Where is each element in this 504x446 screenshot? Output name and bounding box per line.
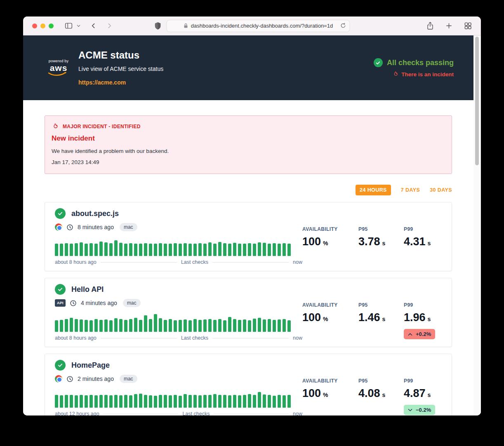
aws-smile-icon (48, 72, 67, 77)
check-card-hello-api: Hello API API 4 minutes ago mac (45, 278, 452, 347)
axis-start-label: about 8 hours ago (55, 335, 97, 341)
minimize-window-button[interactable] (40, 23, 45, 28)
check-name: about.spec.js (71, 209, 119, 218)
p95-value: 1.46s (358, 311, 402, 324)
close-window-button[interactable] (32, 23, 37, 28)
zoom-window-button[interactable] (49, 23, 54, 28)
chrome-browser-icon (55, 375, 62, 383)
location-badge: mac (123, 299, 141, 307)
axis-start-label: about 12 hours ago (55, 411, 99, 415)
last-run-label: 8 minutes ago (78, 224, 114, 230)
availability-label: AVAILABILITY (302, 302, 357, 308)
aws-logo-brand: aws (48, 63, 69, 72)
incident-banner: MAJOR INCIDENT - IDENTIFIED New incident… (45, 115, 452, 174)
tab-overview-icon[interactable] (464, 22, 472, 30)
url-text: dashboards-incident.checkly-dashboards.c… (191, 23, 333, 29)
check-passing-icon (55, 360, 66, 371)
sidebar-toggle-icon[interactable] (64, 21, 73, 30)
window-controls (32, 23, 54, 28)
page-title: ACME status (78, 49, 163, 61)
api-type-badge: API (55, 299, 66, 307)
axis-mid-label: Last checks (181, 259, 208, 265)
chart-axis: about 8 hours ago Last checks now (55, 259, 302, 265)
location-badge: mac (120, 223, 137, 231)
p95-label: P95 (358, 302, 402, 308)
axis-start-label: about 8 hours ago (55, 259, 97, 265)
incident-timestamp: Jan 17, 2023 14:49 (52, 159, 445, 165)
range-24-hours-button[interactable]: 24 HOURS (356, 185, 391, 195)
chart-axis: about 12 hours ago Last checks now (55, 411, 302, 415)
availability-value: 100% (302, 387, 357, 400)
clock-icon (66, 224, 73, 231)
clock-icon (66, 376, 73, 383)
back-button-icon[interactable] (90, 22, 97, 29)
clock-icon (70, 300, 77, 307)
reload-icon[interactable] (340, 22, 346, 29)
browser-toolbar: dashboards-incident.checkly-dashboards.c… (23, 16, 481, 35)
p99-label: P99 (404, 226, 442, 232)
last-run-label: 4 minutes ago (81, 300, 117, 306)
time-range-selector: 24 HOURS 7 DAYS 30 DAYS (45, 185, 452, 195)
axis-end-label: now (293, 335, 302, 341)
aws-logo-powered-by: powered by (48, 59, 69, 63)
incident-kicker: MAJOR INCIDENT - IDENTIFIED (63, 124, 141, 129)
check-history-bar-chart[interactable] (55, 389, 302, 408)
location-badge: mac (120, 375, 137, 383)
p99-value: 1.96s (404, 311, 442, 324)
range-7-days-button[interactable]: 7 DAYS (401, 187, 420, 193)
check-history-bar-chart[interactable] (55, 237, 302, 256)
range-30-days-button[interactable]: 30 DAYS (430, 187, 452, 193)
check-name: HomePage (71, 361, 110, 370)
site-link[interactable]: https://acme.com (78, 79, 126, 86)
incident-status-label[interactable]: There is an incident (401, 71, 454, 77)
lock-icon (184, 23, 188, 28)
check-history-bar-chart[interactable] (55, 313, 302, 332)
availability-label: AVAILABILITY (302, 226, 357, 232)
chevron-down-icon[interactable] (76, 23, 81, 28)
p99-value: 4.31s (404, 235, 442, 248)
p99-trend-badge-up: +0.2% (404, 329, 435, 339)
address-bar[interactable]: dashboards-incident.checkly-dashboards.c… (167, 20, 350, 32)
axis-end-label: now (293, 411, 302, 415)
availability-value: 100% (302, 311, 357, 324)
incident-title: New incident (52, 134, 445, 143)
chrome-browser-icon (55, 223, 62, 231)
share-icon[interactable] (426, 21, 434, 30)
p95-label: P95 (358, 226, 402, 232)
status-page-header: powered by aws ACME status Live view of … (23, 35, 473, 100)
forward-button-icon[interactable] (106, 22, 113, 29)
banner-flame-icon (52, 123, 59, 130)
last-run-label: 2 minutes ago (78, 376, 114, 382)
check-passing-icon (55, 284, 66, 295)
page-scrollbar[interactable] (473, 35, 481, 415)
p99-label: P99 (404, 302, 442, 308)
p99-trend-badge-down: −0.2% (404, 405, 435, 415)
axis-end-label: now (293, 259, 302, 265)
check-card-homepage: HomePage 2 minutes ago mac abou (45, 354, 452, 415)
chevron-up-icon (408, 333, 412, 336)
all-passing-check-icon (374, 58, 383, 67)
availability-value: 100% (302, 235, 357, 248)
page-subtitle: Live view of ACME service status (78, 66, 163, 72)
axis-mid-label: Last checks (182, 411, 210, 415)
privacy-shield-icon[interactable] (154, 22, 162, 30)
chart-axis: about 8 hours ago Last checks now (55, 335, 302, 341)
check-name: Hello API (71, 285, 104, 294)
scrollbar-thumb[interactable] (475, 37, 479, 165)
check-passing-icon (55, 208, 66, 219)
p95-label: P95 (358, 378, 402, 384)
check-card-about-spec-js: about.spec.js 8 minutes ago mac (45, 202, 452, 271)
incident-message: We have identified a problem with our ba… (52, 148, 445, 154)
p99-value: 4.87s (404, 387, 442, 400)
axis-mid-label: Last checks (181, 335, 208, 341)
availability-label: AVAILABILITY (302, 378, 357, 384)
p99-label: P99 (404, 378, 442, 384)
p95-value: 4.08s (358, 387, 402, 400)
all-passing-label: All checks passing (387, 59, 454, 67)
new-tab-icon[interactable] (445, 22, 452, 29)
aws-logo: powered by aws (48, 59, 69, 77)
incident-flame-icon (392, 71, 398, 77)
chevron-down-icon (408, 408, 412, 412)
browser-window: dashboards-incident.checkly-dashboards.c… (23, 16, 481, 415)
p95-value: 3.78s (358, 235, 402, 248)
